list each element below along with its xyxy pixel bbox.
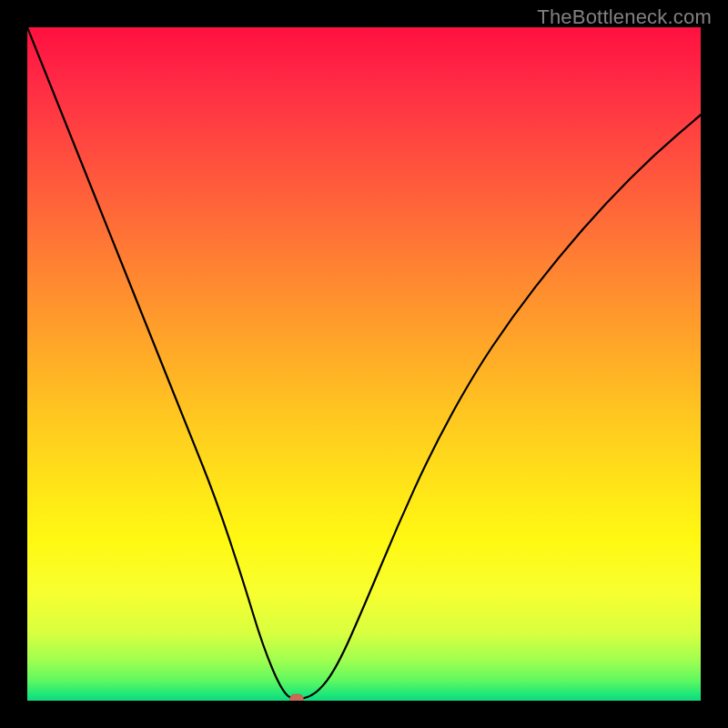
watermark-text: TheBottleneck.com <box>537 5 712 29</box>
minimum-marker <box>290 694 304 701</box>
bottleneck-curve-svg <box>27 27 701 701</box>
plot-area <box>27 27 701 701</box>
chart-container: TheBottleneck.com <box>0 0 728 728</box>
bottleneck-curve-path <box>27 27 701 699</box>
